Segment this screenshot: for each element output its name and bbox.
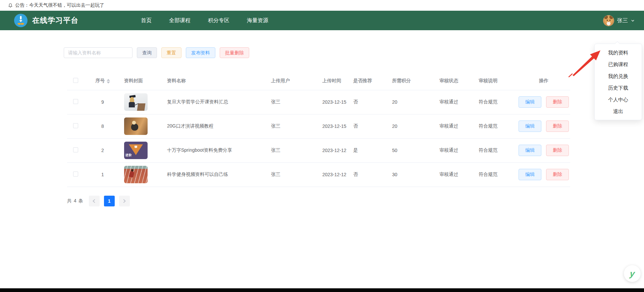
delete-button[interactable]: 删除 xyxy=(546,96,569,108)
cell-points: 20 xyxy=(385,90,433,114)
delete-button[interactable]: 删除 xyxy=(546,145,569,156)
header-operations: 操作 xyxy=(517,72,570,90)
chevron-right-icon xyxy=(122,199,125,203)
select-all-checkbox[interactable] xyxy=(73,78,78,83)
menu-item-personal-center[interactable]: 个人中心 xyxy=(595,94,642,105)
sort-caret-icon[interactable] xyxy=(107,79,110,84)
menu-item-my-materials[interactable]: 我的资料 xyxy=(595,47,642,58)
cell-title: 十万字Springboot资料免费分享 xyxy=(160,138,264,162)
cell-upload-time: 2023-12-15 xyxy=(316,114,346,138)
header-recommended: 是否推荐 xyxy=(346,72,385,90)
header-title: 资料名称 xyxy=(160,72,264,90)
edit-button[interactable]: 编辑 xyxy=(519,120,541,132)
edit-button[interactable]: 编辑 xyxy=(519,169,541,180)
cell-recommended: 否 xyxy=(346,162,385,187)
cell-audit-status: 审核通过 xyxy=(433,90,472,114)
cell-audit-status: 审核通过 xyxy=(433,114,472,138)
announcement-bar: 公告：今天天气很不错，可以出去一起玩了 xyxy=(0,0,644,11)
cell-upload-time: 2023-12-15 xyxy=(316,90,346,114)
menu-item-download-history[interactable]: 历史下载 xyxy=(595,82,642,94)
nav-item-home[interactable]: 首页 xyxy=(132,11,160,30)
footer-bar xyxy=(0,288,644,292)
edit-button[interactable]: 编辑 xyxy=(519,145,541,156)
nav-item-points-zone[interactable]: 积分专区 xyxy=(199,11,238,30)
batch-delete-button[interactable]: 批量删除 xyxy=(220,47,249,58)
nav-item-resources[interactable]: 海量资源 xyxy=(238,11,277,30)
table-row: 2 进阶 十万字Springboot资料免费分享 张三 2023-12-12 是… xyxy=(67,138,570,162)
cell-uploader: 张三 xyxy=(264,90,316,114)
pagination: 共 4 条 1 xyxy=(67,196,130,206)
cell-points: 20 xyxy=(385,114,433,138)
platform-logo-icon xyxy=(14,14,28,27)
delete-button[interactable]: 删除 xyxy=(546,169,569,180)
row-checkbox[interactable] xyxy=(73,172,78,177)
service-chat-icon: y xyxy=(629,269,635,279)
cell-uploader: 张三 xyxy=(264,138,316,162)
materials-table: 序号 资料封面 资料名称 上传用户 上传时间 是否推荐 所需积分 审核状态 审核… xyxy=(67,72,570,187)
cell-upload-time: 2023-12-12 xyxy=(316,138,346,162)
cell-title: 复旦大学哲学公开课资料汇总 xyxy=(160,90,264,114)
cover-label: 进阶 xyxy=(125,153,132,157)
menu-item-my-exchanges[interactable]: 我的兑换 xyxy=(595,70,642,82)
nav-item-all-courses[interactable]: 全部课程 xyxy=(160,11,199,30)
chevron-left-icon xyxy=(93,199,96,203)
header-upload-time: 上传时间 xyxy=(316,72,346,90)
user-menu-trigger[interactable]: 张三 xyxy=(603,11,635,30)
announcement-text: 公告：今天天气很不错，可以出去一起玩了 xyxy=(15,2,104,8)
cover-thumbnail-speaker-man[interactable] xyxy=(124,117,148,135)
delete-button[interactable]: 删除 xyxy=(546,120,569,132)
header-cover: 资料封面 xyxy=(117,72,160,90)
user-avatar[interactable] xyxy=(603,15,614,26)
header-points: 所需积分 xyxy=(385,72,433,90)
cell-index: 2 xyxy=(88,138,117,162)
customer-service-widget[interactable]: y xyxy=(624,265,641,282)
cell-audit-note: 符合规范 xyxy=(472,162,517,187)
pagination-prev-button[interactable] xyxy=(89,196,100,206)
username: 张三 xyxy=(617,17,628,24)
top-navbar: 在线学习平台 首页 全部课程 积分专区 海量资源 张三 xyxy=(0,11,644,30)
cell-audit-note: 符合规范 xyxy=(472,138,517,162)
table-row: 1 科学健身视频资料可以自己练 张三 2023-12-12 否 30 审核通过 … xyxy=(67,162,570,187)
cell-points: 50 xyxy=(385,138,433,162)
cell-recommended: 是 xyxy=(346,138,385,162)
edit-button[interactable]: 编辑 xyxy=(519,96,541,108)
cell-index: 9 xyxy=(88,90,117,114)
table-row: 9 复旦大学哲学公开课资料汇总 张三 2023-12-15 否 20 审核通过 … xyxy=(67,90,570,114)
row-checkbox[interactable] xyxy=(73,123,78,128)
cell-audit-status: 审核通过 xyxy=(433,162,472,187)
menu-item-purchased-courses[interactable]: 已购课程 xyxy=(595,58,642,70)
filter-bar: 查询 重置 发布资料 批量删除 xyxy=(64,47,249,58)
search-input[interactable] xyxy=(64,47,132,58)
cover-thumbnail-runner-track[interactable] xyxy=(124,166,148,183)
row-checkbox[interactable] xyxy=(73,99,78,104)
menu-item-logout[interactable]: 退出 xyxy=(595,105,642,117)
cell-uploader: 张三 xyxy=(264,114,316,138)
brand[interactable]: 在线学习平台 xyxy=(14,14,78,27)
user-dropdown-menu: 我的资料 已购课程 我的兑换 历史下载 个人中心 退出 xyxy=(594,44,642,120)
cell-audit-note: 符合规范 xyxy=(472,114,517,138)
cell-points: 30 xyxy=(385,162,433,187)
pagination-total: 共 4 条 xyxy=(67,198,84,204)
pagination-page-1[interactable]: 1 xyxy=(104,196,115,206)
cell-recommended: 否 xyxy=(346,90,385,114)
publish-material-button[interactable]: 发布资料 xyxy=(186,47,215,58)
bell-icon xyxy=(8,3,13,8)
header-index[interactable]: 序号 xyxy=(96,78,105,83)
main-nav: 首页 全部课程 积分专区 海量资源 xyxy=(132,11,277,30)
query-button[interactable]: 查询 xyxy=(137,47,157,58)
cell-uploader: 张三 xyxy=(264,162,316,187)
cell-audit-note: 符合规范 xyxy=(472,90,517,114)
cover-thumbnail-graduation-speech[interactable] xyxy=(124,93,148,111)
row-checkbox[interactable] xyxy=(73,147,78,152)
header-uploader: 上传用户 xyxy=(264,72,316,90)
cell-title: 20G口才演讲视频教程 xyxy=(160,114,264,138)
cell-recommended: 否 xyxy=(346,114,385,138)
cover-thumbnail-springboot[interactable]: 进阶 xyxy=(124,142,148,159)
header-audit-status: 审核状态 xyxy=(433,72,472,90)
reset-button[interactable]: 重置 xyxy=(161,47,181,58)
online-learning-platform-page: 公告：今天天气很不错，可以出去一起玩了 在线学习平台 首页 全部课程 积分专区 … xyxy=(0,0,644,292)
table-header-row: 序号 资料封面 资料名称 上传用户 上传时间 是否推荐 所需积分 审核状态 审核… xyxy=(67,72,570,90)
pagination-next-button[interactable] xyxy=(119,196,130,206)
header-audit-note: 审核说明 xyxy=(472,72,517,90)
cell-upload-time: 2023-12-12 xyxy=(316,162,346,187)
